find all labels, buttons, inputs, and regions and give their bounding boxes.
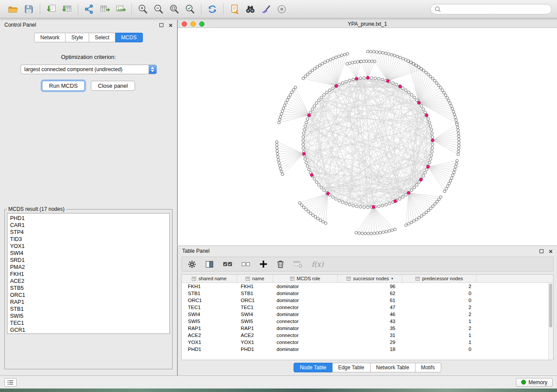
mcds-result-item[interactable]: STP4 <box>10 229 170 236</box>
window-close-icon[interactable] <box>182 21 187 27</box>
delete-table-icon <box>294 260 302 268</box>
mcds-result-item[interactable]: PMA2 <box>10 264 170 271</box>
mcds-result-item[interactable]: TEC1 <box>10 320 170 327</box>
table-cell: ORC1 <box>237 298 273 303</box>
tab-select[interactable]: Select <box>89 33 115 42</box>
sort-grid-icon <box>346 277 351 281</box>
export-image-button[interactable] <box>113 2 128 16</box>
network-canvas[interactable] <box>178 28 557 245</box>
node-table: shared name name MCDS role successor nod… <box>181 274 554 360</box>
delete-table-button[interactable] <box>294 260 302 268</box>
desktop-background-strip <box>0 389 557 392</box>
table-cell: STB1 <box>237 291 273 296</box>
table-cell: 46 <box>338 312 402 317</box>
search-box[interactable] <box>430 4 552 14</box>
column-header-name[interactable]: name <box>237 275 273 282</box>
toolbar-separator <box>78 3 78 15</box>
save-session-button[interactable] <box>21 2 37 16</box>
column-header-predecessor-nodes[interactable]: predecessor nodes <box>402 275 477 282</box>
memory-status-icon <box>521 380 526 385</box>
table-scrollbar[interactable] <box>548 283 553 360</box>
run-mcds-button[interactable]: Run MCDS <box>42 81 85 91</box>
optimization-criterion-dropdown[interactable]: largest connected component (undirected) <box>21 65 157 74</box>
close-panel-icon[interactable]: × <box>169 22 173 28</box>
table-row[interactable]: SWI5SWI5connector431 <box>182 318 553 325</box>
table-row[interactable]: SWI4SWI4dominator462 <box>182 311 553 318</box>
tab-style[interactable]: Style <box>66 33 89 42</box>
mcds-result-item[interactable]: ORC1 <box>10 292 170 299</box>
add-column-button[interactable] <box>259 260 267 268</box>
mcds-buttons-row: Run MCDS Close panel <box>0 81 177 91</box>
panel-menu-button[interactable] <box>4 378 17 387</box>
table-row[interactable]: STB1STB1dominator620 <box>182 290 553 297</box>
window-minimize-icon[interactable] <box>190 21 196 27</box>
open-session-button[interactable] <box>5 2 21 16</box>
tab-network-table[interactable]: Network Table <box>370 363 415 372</box>
right-column: YPA_prune.txt_1 Table Panel × <box>177 20 557 375</box>
mcds-result-list[interactable]: PHD1CAR1STP4TID3YOX1SWI4SRD1PMA2FKH1ACE2… <box>7 213 170 334</box>
select-all-button[interactable] <box>223 261 232 268</box>
tab-motifs[interactable]: Motifs <box>415 363 441 372</box>
checked-boxes-icon <box>223 261 232 268</box>
table-row[interactable]: FKH1FKH1dominator962 <box>182 283 553 290</box>
mcds-result-item[interactable]: STB1 <box>10 306 170 313</box>
zoom-fit-button[interactable] <box>166 2 182 16</box>
mcds-result-item[interactable]: FKH1 <box>10 271 170 278</box>
scrollbar-thumb[interactable] <box>549 284 552 327</box>
publish-network-button[interactable] <box>227 2 242 16</box>
toolbar-separator <box>131 3 132 15</box>
mcds-result-item[interactable]: RAP1 <box>10 299 170 306</box>
export-network-button[interactable] <box>81 2 97 16</box>
mcds-result-item[interactable]: ACE2 <box>10 278 170 285</box>
column-header-shared-name[interactable]: shared name <box>182 275 237 282</box>
table-cell: 2 <box>402 305 477 310</box>
import-network-button[interactable] <box>43 2 59 16</box>
delete-column-button[interactable] <box>277 260 284 268</box>
deselect-all-button[interactable] <box>242 261 250 268</box>
mcds-result-item[interactable]: SWI4 <box>10 250 170 257</box>
tab-mcds[interactable]: MCDS <box>115 33 142 42</box>
import-table-button[interactable] <box>59 2 75 16</box>
table-row[interactable]: ORC1ORC1dominator610 <box>182 297 553 304</box>
mcds-result-item[interactable]: YOX1 <box>10 243 170 250</box>
mcds-result-item[interactable]: TID3 <box>10 236 170 243</box>
close-panel-icon[interactable]: × <box>549 248 553 254</box>
column-header-successor-nodes[interactable]: successor nodes▾ <box>338 275 402 282</box>
find-button[interactable] <box>242 2 258 16</box>
memory-button[interactable]: Memory <box>516 378 553 387</box>
table-row[interactable]: RAP1RAP1dominator352 <box>182 325 553 332</box>
split-panel-button[interactable] <box>205 260 214 268</box>
mcds-result-item[interactable]: SWI5 <box>10 313 170 320</box>
paint-style-button[interactable] <box>258 2 274 16</box>
zoom-in-button[interactable] <box>135 2 151 16</box>
table-cell: YOX1 <box>237 340 273 345</box>
table-cell: dominator <box>273 291 338 296</box>
zoom-out-button[interactable] <box>151 2 166 16</box>
mcds-result-item[interactable]: SRD1 <box>10 257 170 264</box>
table-row[interactable]: TEC1TEC1connector472 <box>182 304 553 311</box>
table-cell: dominator <box>273 312 338 317</box>
mcds-result-item[interactable]: PHD1 <box>10 215 170 222</box>
tab-network[interactable]: Network <box>34 33 66 42</box>
column-header-mcds-role[interactable]: MCDS role <box>273 275 338 282</box>
window-maximize-icon[interactable] <box>199 21 204 27</box>
tab-node-table[interactable]: Node Table <box>294 363 332 372</box>
mcds-result-item[interactable]: CAR1 <box>10 222 170 229</box>
mcds-result-item[interactable]: GCR1 <box>10 327 170 334</box>
apply-layout-button[interactable] <box>204 2 220 16</box>
table-row[interactable]: ACE2ACE2connector311 <box>182 332 553 339</box>
table-row[interactable]: PHD1PHD1dominator180 <box>182 346 553 353</box>
float-panel-icon[interactable] <box>159 23 163 27</box>
function-builder-button[interactable]: f(x) <box>311 260 323 268</box>
search-input[interactable] <box>443 6 548 12</box>
hide-details-button[interactable] <box>274 2 290 16</box>
export-table-button[interactable] <box>97 2 113 16</box>
float-panel-icon[interactable] <box>540 249 543 253</box>
close-panel-button[interactable]: Close panel <box>91 81 135 91</box>
table-settings-button[interactable] <box>188 260 196 268</box>
table-row[interactable]: YOX1YOX1connector291 <box>182 339 553 346</box>
mcds-result-item[interactable]: STB5 <box>10 285 170 292</box>
zoom-selected-button[interactable] <box>182 2 198 16</box>
tab-edge-table[interactable]: Edge Table <box>332 363 370 372</box>
table-cell: connector <box>273 319 338 324</box>
